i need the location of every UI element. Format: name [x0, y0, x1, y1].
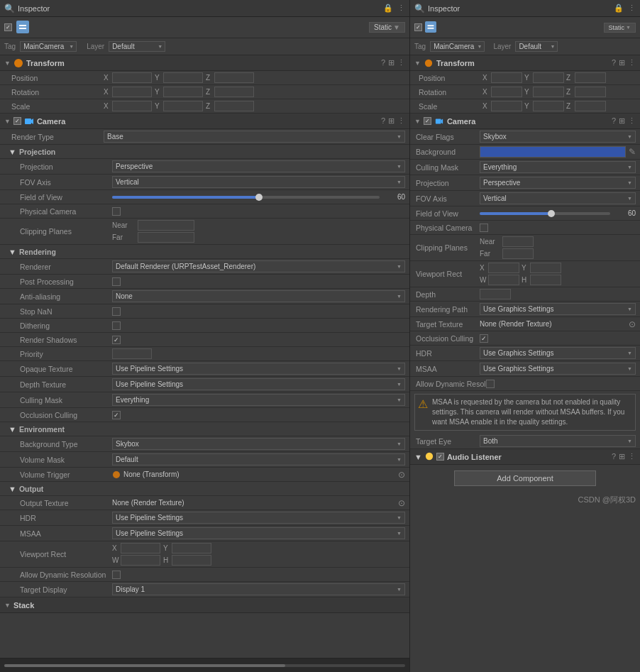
lock-icon-right[interactable]: 🔒 — [614, 4, 624, 13]
tag-dropdown-right[interactable]: MainCamera — [430, 41, 485, 52]
renderer-dropdown-left[interactable]: Default Renderer (URPTestAsset_Renderer) — [112, 260, 405, 272]
rot-y-left[interactable]: 0 — [163, 87, 203, 97]
output-subsection-left[interactable]: ▼ Output — [0, 482, 409, 496]
bg-type-dropdown-left[interactable]: Skybox — [112, 438, 405, 450]
fov-slider-right[interactable]: 60 — [480, 209, 636, 217]
camera-section-right[interactable]: ▼ Camera ? ⊞ ⋮ — [410, 114, 640, 129]
audio-settings[interactable]: ⊞ — [619, 452, 625, 461]
transform-settings-right[interactable]: ⊞ — [619, 58, 625, 67]
environment-subsection-left[interactable]: ▼ Environment — [0, 422, 409, 436]
hdr-dropdown-right[interactable]: Use Graphics Settings — [480, 347, 636, 359]
audio-help[interactable]: ? — [612, 452, 616, 461]
menu-icon-right[interactable]: ⋮ — [628, 4, 636, 13]
dithering-cb-left[interactable] — [112, 321, 121, 330]
transform-help-right[interactable]: ? — [612, 58, 616, 67]
stack-section-left[interactable]: ▼ Stack — [0, 597, 409, 613]
depth-input-right[interactable]: -1 — [480, 289, 511, 299]
allow-dynamic-cb-left[interactable] — [112, 571, 121, 579]
rot-x-right[interactable]: 0 — [491, 87, 522, 97]
audio-listener-section[interactable]: ▼ Audio Listener ? ⊞ ⋮ — [410, 449, 640, 465]
vp-x-right[interactable]: 0 — [488, 263, 519, 273]
transform-section-left[interactable]: ▼ Transform ? ⊞ ⋮ — [0, 55, 409, 71]
rot-z-right[interactable]: 0 — [575, 87, 606, 97]
vp-x-left[interactable]: 0 — [121, 543, 160, 553]
fov-axis-dropdown-left[interactable]: Vertical — [112, 176, 405, 188]
rendering-subsection-left[interactable]: ▼ Rendering — [0, 245, 409, 259]
fov-axis-dropdown-right[interactable]: Vertical — [480, 192, 636, 204]
rendering-path-dropdown-right[interactable]: Use Graphics Settings — [480, 303, 636, 315]
hdr-dropdown-left[interactable]: Use Pipeline Settings — [112, 512, 405, 524]
background-swatch[interactable] — [480, 146, 626, 158]
transform-menu-left[interactable]: ⋮ — [397, 58, 405, 67]
depth-tex-dropdown-left[interactable]: Use Pipeline Settings — [112, 378, 405, 390]
msaa-dropdown-right[interactable]: Use Graphics Settings — [480, 363, 636, 375]
audio-enable-cb[interactable] — [436, 453, 444, 461]
scale-x-right[interactable]: 1 — [491, 101, 522, 111]
culling-mask-dropdown-left[interactable]: Everything — [112, 394, 405, 406]
pos-z-right[interactable]: -10 — [575, 72, 606, 83]
vp-h-left[interactable]: 1 — [172, 555, 211, 566]
transform-help-left[interactable]: ? — [381, 58, 385, 67]
layer-dropdown-right[interactable]: Default — [515, 41, 558, 52]
vol-trigger-btn[interactable]: ⊙ — [398, 470, 405, 480]
rot-z-left[interactable]: 0 — [214, 87, 254, 97]
obj-name-input-left[interactable]: Main Camera — [33, 23, 369, 33]
pos-x-right[interactable]: 0 — [491, 72, 522, 83]
anti-alias-dropdown-left[interactable]: None — [112, 290, 405, 302]
vp-y-left[interactable]: 0 — [172, 543, 211, 553]
target-eye-dropdown-right[interactable]: Both — [480, 435, 636, 447]
scale-x-left[interactable]: 1 — [112, 101, 152, 111]
projection-dropdown-right[interactable]: Perspective — [480, 177, 636, 189]
far-clip-left[interactable]: 1000 — [138, 232, 194, 243]
pos-z-left[interactable]: -10 — [214, 72, 254, 83]
output-tex-btn[interactable]: ⊙ — [398, 498, 405, 508]
vp-y-right[interactable]: 0 — [530, 263, 561, 273]
add-component-button[interactable]: Add Component — [454, 470, 596, 486]
projection-dropdown-left[interactable]: Perspective — [112, 160, 405, 172]
near-clip-left[interactable]: 0.3 — [138, 220, 194, 231]
obj-enable-checkbox-left[interactable] — [4, 23, 12, 31]
audio-menu[interactable]: ⋮ — [628, 452, 636, 461]
occlusion-cb-right[interactable] — [480, 334, 488, 343]
camera-enable-left[interactable] — [13, 117, 21, 125]
stop-nan-cb-left[interactable] — [112, 307, 121, 316]
obj-enable-checkbox-right[interactable] — [414, 23, 422, 31]
transform-settings-left[interactable]: ⊞ — [388, 58, 395, 67]
camera-menu-left[interactable]: ⋮ — [397, 116, 405, 126]
static-badge-left[interactable]: Static ▼ — [369, 22, 405, 33]
camera-settings-left[interactable]: ⊞ — [388, 116, 395, 126]
target-tex-btn-right[interactable]: ⊙ — [629, 319, 636, 329]
far-clip-right[interactable]: 1000 — [502, 248, 534, 259]
projection-subsection-left[interactable]: ▼ Projection — [0, 145, 409, 159]
msaa-dropdown-left[interactable]: Use Pipeline Settings — [112, 527, 405, 539]
eyedropper-icon[interactable]: ✎ — [629, 147, 636, 157]
occlusion-culling-cb-left[interactable] — [112, 411, 121, 419]
layer-dropdown-left[interactable]: Default — [109, 41, 165, 52]
physical-cam-cb-left[interactable] — [112, 207, 121, 216]
vp-w-right[interactable]: 1 — [488, 275, 519, 285]
camera-section-left[interactable]: ▼ Camera ? ⊞ ⋮ — [0, 114, 409, 129]
obj-name-input-right[interactable]: Main Camera — [439, 23, 604, 32]
scale-z-left[interactable]: 1 — [214, 101, 254, 111]
opaque-tex-dropdown-left[interactable]: Use Pipeline Settings — [112, 363, 405, 375]
static-badge-right[interactable]: Static ▼ — [604, 23, 636, 33]
vp-h-right[interactable]: 1 — [530, 275, 561, 285]
culling-mask-dropdown-right[interactable]: Everything — [480, 161, 636, 173]
allow-dynamic-cb-right[interactable] — [486, 380, 495, 388]
camera-menu-right[interactable]: ⋮ — [628, 116, 636, 126]
post-proc-cb-left[interactable] — [112, 277, 121, 286]
pos-y-right[interactable]: 1 — [533, 72, 564, 83]
pos-x-left[interactable]: 0 — [112, 72, 152, 83]
transform-section-right[interactable]: ▼ Transform ? ⊞ ⋮ — [410, 55, 640, 71]
priority-input-left[interactable]: -1 — [112, 348, 152, 359]
vp-w-left[interactable]: 1 — [121, 555, 160, 566]
scale-z-right[interactable]: 1 — [575, 101, 606, 111]
tag-dropdown-left[interactable]: MainCamera — [20, 41, 77, 52]
rot-y-right[interactable]: 0 — [533, 87, 564, 97]
rot-x-left[interactable]: 0 — [112, 87, 152, 97]
camera-help-left[interactable]: ? — [381, 116, 385, 126]
render-type-dropdown-left[interactable]: Base — [104, 131, 405, 143]
target-display-dropdown-left[interactable]: Display 1 — [112, 583, 405, 595]
menu-icon-left[interactable]: ⋮ — [397, 4, 405, 13]
camera-enable-right[interactable] — [424, 117, 431, 125]
